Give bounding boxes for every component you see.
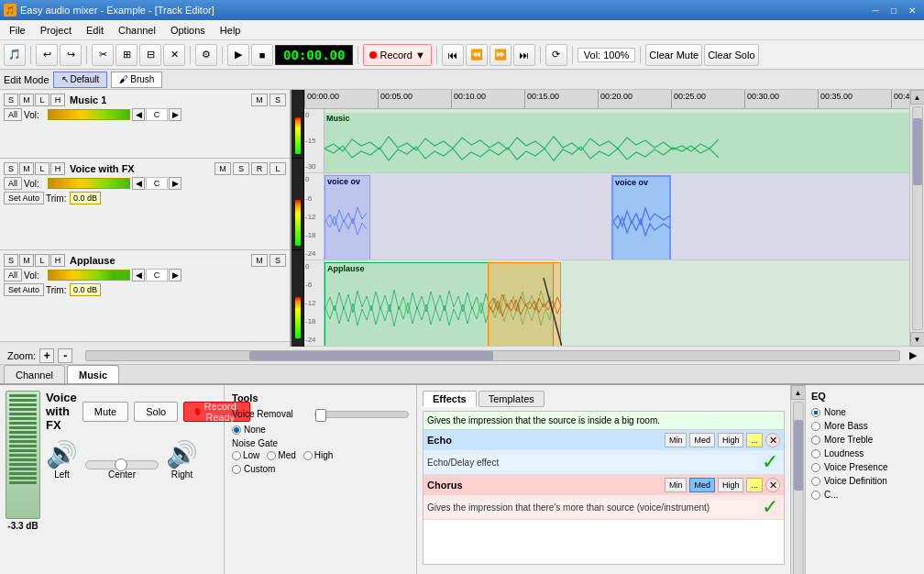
skip-end-button[interactable]: ⏭ (513, 44, 535, 66)
chorus-close-btn[interactable]: ✕ (765, 478, 780, 492)
menu-project[interactable]: Project (33, 23, 79, 38)
track1-waveform-row[interactable]: 0-15-30 Music (304, 109, 909, 174)
track2-setauto-btn[interactable]: Set Auto (4, 192, 44, 204)
brush-mode-button[interactable]: 🖌 Brush (111, 72, 162, 88)
paste-button[interactable]: ⊟ (139, 44, 161, 66)
effects-button[interactable]: ⚙ (195, 44, 217, 66)
noise-med-option[interactable]: Med (267, 450, 295, 460)
track2-voice-block1[interactable]: voice ov (324, 175, 370, 259)
eq-more-item[interactable]: C... (811, 490, 918, 500)
echo-min-btn[interactable]: Min (665, 433, 688, 447)
eq-voice-presence-radio[interactable] (811, 463, 820, 472)
close-button[interactable]: ✕ (904, 3, 920, 17)
eq-more-radio[interactable] (811, 491, 820, 500)
eq-more-treble-item[interactable]: More Treble (811, 435, 918, 445)
undo-button[interactable]: ↩ (36, 44, 58, 66)
eq-none-radio[interactable] (811, 408, 820, 417)
track2-r-btn[interactable]: R (251, 162, 268, 175)
clear-solo-button[interactable]: Clear Solo (704, 44, 758, 66)
stop-button[interactable]: ■ (251, 44, 273, 66)
tab-channel[interactable]: Channel (4, 365, 65, 383)
pan-thumb[interactable] (115, 458, 127, 471)
track2-all-btn[interactable]: All (4, 177, 22, 190)
fast-forward-button[interactable]: ⏩ (490, 44, 512, 66)
chorus-min-btn[interactable]: Min (665, 478, 688, 492)
track1-h-btn[interactable]: H (50, 94, 65, 106)
menu-channel[interactable]: Channel (111, 23, 163, 38)
mute-button[interactable]: Mute (82, 402, 128, 422)
channel-fader[interactable] (6, 391, 40, 519)
cut-button[interactable]: ✂ (92, 44, 114, 66)
track3-all-btn[interactable]: All (4, 269, 22, 281)
effects-scroll-thumb[interactable] (794, 420, 803, 491)
eq-more-bass-item[interactable]: More Bass (811, 421, 918, 431)
effects-v-scrollbar[interactable]: ▲ ▼ (790, 385, 805, 574)
zoom-in-button[interactable]: + (39, 348, 54, 363)
voice-removal-slider[interactable] (314, 411, 409, 418)
tab-music[interactable]: Music (67, 365, 119, 383)
track1-s-btn[interactable]: S (4, 94, 18, 106)
pan-slider-h[interactable] (85, 460, 159, 469)
h-scroll-track[interactable] (85, 350, 900, 361)
track2-pan-right-btn[interactable]: ▶ (169, 177, 182, 190)
track3-s-btn[interactable]: S (4, 254, 18, 267)
eq-voice-presence-item[interactable]: Voice Presence (811, 462, 918, 472)
zoom-out-button[interactable]: - (58, 348, 72, 363)
track3-waveform-row[interactable]: 0-6-12-18-24 Applause (304, 260, 909, 347)
default-mode-button[interactable]: ↖ Default (53, 72, 108, 88)
eq-none-item[interactable]: None (811, 407, 918, 417)
track3-vol-slider[interactable] (48, 270, 130, 281)
eq-voice-definition-item[interactable]: Voice Definition (811, 476, 918, 486)
chorus-med-btn[interactable]: Med (689, 478, 715, 492)
record-button[interactable]: Record ▼ (363, 44, 431, 66)
redo-button[interactable]: ↪ (60, 44, 82, 66)
noise-custom-option[interactable]: Custom (232, 464, 409, 474)
play-button[interactable]: ▶ (227, 44, 249, 66)
eq-voice-definition-radio[interactable] (811, 477, 820, 486)
track1-all-btn[interactable]: All (4, 108, 22, 121)
voice-removal-thumb[interactable] (315, 409, 326, 422)
menu-edit[interactable]: Edit (79, 23, 111, 38)
rewind-button[interactable]: ⏪ (466, 44, 488, 66)
track2-pan-left-btn[interactable]: ◀ (132, 177, 145, 190)
v-scroll-track[interactable] (912, 106, 923, 330)
echo-close-btn[interactable]: ✕ (765, 433, 780, 447)
track2-voice-block2[interactable]: voice ov (611, 175, 671, 259)
track1-pan-left-btn[interactable]: ◀ (132, 108, 145, 121)
v-scrollbar[interactable]: ▲ ▼ (909, 90, 924, 347)
echo-dots-btn[interactable]: ... (746, 433, 763, 447)
chorus-dots-btn[interactable]: ... (746, 478, 763, 492)
track3-h-btn[interactable]: H (50, 254, 65, 267)
track3-setauto-btn[interactable]: Set Auto (4, 283, 44, 296)
loop-button[interactable]: ⟳ (545, 44, 567, 66)
track3-l-btn[interactable]: L (35, 254, 50, 267)
noise-none-radio[interactable] (232, 425, 241, 435)
track3-s-btn2[interactable]: S (270, 254, 286, 267)
track1-m-solo-btn[interactable]: M (251, 94, 268, 106)
track2-s-btn[interactable]: S (4, 162, 18, 175)
h-scroll-thumb[interactable] (249, 351, 493, 360)
track1-m-btn[interactable]: M (19, 94, 34, 106)
track2-h-btn[interactable]: H (50, 162, 65, 175)
solo-button[interactable]: Solo (134, 402, 178, 422)
v-scroll-down-btn[interactable]: ▼ (910, 332, 925, 347)
track1-pan-right-btn[interactable]: ▶ (169, 108, 182, 121)
track1-l-btn[interactable]: L (35, 94, 50, 106)
skip-start-button[interactable]: ⏮ (442, 44, 464, 66)
track2-s-btn2[interactable]: S (233, 162, 249, 175)
delete-button[interactable]: ✕ (163, 44, 185, 66)
track3-m-btn2[interactable]: M (251, 254, 268, 267)
track2-l-btn2[interactable]: L (270, 162, 286, 175)
noise-custom-radio[interactable] (232, 465, 241, 474)
track1-vol-slider[interactable] (48, 109, 130, 120)
eq-more-bass-radio[interactable] (811, 422, 820, 431)
v-scroll-thumb[interactable] (913, 118, 922, 185)
noise-low-option[interactable]: Low (232, 450, 259, 460)
noise-low-radio[interactable] (232, 451, 241, 460)
eq-more-treble-radio[interactable] (811, 436, 820, 445)
track2-m-btn[interactable]: M (19, 162, 34, 175)
track2-m-btn2[interactable]: M (214, 162, 231, 175)
echo-med-btn[interactable]: Med (689, 433, 715, 447)
track2-waveform-row[interactable]: 0-6-12-18-24 voice ov voice ov (304, 173, 909, 259)
clear-mute-button[interactable]: Clear Mute (645, 44, 702, 66)
